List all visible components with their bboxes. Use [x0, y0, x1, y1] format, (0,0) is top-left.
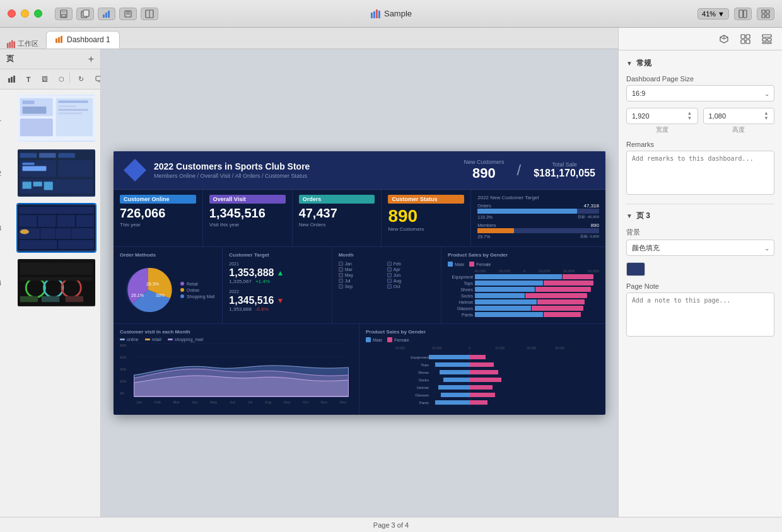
svg-text:30,000: 30,000: [555, 346, 565, 350]
area-chart-body: 80K 60K 40K 20K 0K: [120, 344, 353, 404]
zoom-selector[interactable]: 41% ▼: [697, 8, 729, 20]
page-thumb-4[interactable]: [16, 258, 96, 308]
svg-rect-107: [441, 393, 470, 397]
remarks-textarea[interactable]: [626, 151, 774, 195]
dash-header-left: 2022 Customers in Sports Club Store Memb…: [124, 159, 310, 182]
svg-rect-55: [33, 182, 42, 187]
height-stepper[interactable]: ▲ ▼: [764, 111, 769, 121]
page-size-select[interactable]: 16:9: [626, 85, 774, 101]
svg-rect-103: [435, 362, 470, 367]
gender-row-tops: Tops: [448, 280, 599, 286]
tab-dashboard1[interactable]: Dashboard 1: [46, 31, 120, 49]
display-btn[interactable]: 显示: [90, 72, 101, 86]
page-thumb-1[interactable]: [16, 93, 96, 143]
kpi-sub-orders: New Orders: [299, 222, 375, 228]
month-list: Jan Feb Mar Apr May Jun Jul Aug Sep Oct: [339, 262, 435, 289]
page-thumb-wrapper-2: 2: [4, 148, 96, 198]
svg-rect-4: [83, 10, 89, 16]
new-customers-label: New Customers: [464, 159, 504, 165]
canvas-chart-btn[interactable]: [5, 72, 19, 86]
chart-button[interactable]: [98, 8, 115, 20]
bg-color-swatch[interactable]: [626, 262, 645, 276]
new-customers-stat: New Customers 890: [464, 159, 504, 182]
svg-rect-125: [762, 38, 766, 41]
month-mar: Mar: [339, 267, 386, 272]
gender-detail-title: Product Sales by Gender: [366, 329, 599, 335]
svg-rect-41: [58, 101, 88, 103]
gender-card: Product Sales by Gender Male Female: [441, 247, 605, 323]
width-stepper[interactable]: ▲ ▼: [687, 111, 692, 121]
svg-rect-47: [39, 153, 55, 158]
tab-label: Dashboard 1: [67, 35, 110, 44]
section-general-label: 常规: [636, 58, 651, 69]
add-page-button[interactable]: +: [88, 54, 94, 65]
svg-rect-114: [470, 393, 495, 397]
month-jun: Jun: [387, 273, 435, 277]
page-preview-4: [18, 259, 95, 306]
svg-rect-39: [23, 101, 35, 105]
bg-select[interactable]: 颜色填充: [626, 240, 774, 256]
legend-retail: Retail: [180, 282, 214, 286]
layout-button[interactable]: [141, 8, 158, 20]
minimize-button[interactable]: [21, 9, 29, 18]
gender-row-socks: Socks: [448, 293, 599, 298]
page-thumb-wrapper-1: 1: [4, 93, 96, 143]
bg-row: 背景 颜色填充: [626, 228, 774, 256]
bar-female-shoes: [535, 287, 592, 292]
close-button[interactable]: [8, 9, 16, 18]
page-note-row: Page Note: [626, 282, 774, 339]
svg-text:Equipment: Equipment: [411, 356, 429, 359]
gender-chart: Equipment Tops: [448, 274, 599, 317]
maximize-button[interactable]: [34, 9, 42, 18]
svg-text:20,000: 20,000: [432, 346, 442, 350]
page-note-textarea[interactable]: [626, 292, 774, 337]
view-btn-1[interactable]: [734, 8, 752, 20]
svg-text:Helmet: Helmet: [417, 386, 429, 390]
save-button[interactable]: [55, 8, 73, 20]
width-input[interactable]: 1,920 ▲ ▼: [626, 108, 698, 124]
height-input[interactable]: 1,080 ▲ ▼: [703, 108, 775, 124]
page-thumb-2[interactable]: [16, 148, 96, 198]
svg-rect-54: [23, 182, 32, 188]
grid2-btn[interactable]: [758, 30, 776, 48]
cube-btn[interactable]: [715, 30, 733, 48]
svg-rect-19: [762, 10, 765, 13]
width-down-arrow[interactable]: ▼: [687, 116, 692, 121]
target-members-fill: [477, 228, 514, 233]
grid1-btn[interactable]: [737, 30, 754, 48]
page-size-row: Dashboard Page Size 16:9: [626, 75, 774, 101]
ct-year-2021: 2021: [229, 262, 325, 266]
main-content: 工作区 Dashboard 1 页 +: [0, 28, 782, 517]
legend-online-area: online: [120, 337, 139, 342]
month-apr: Apr: [387, 267, 435, 272]
target-orders-container: Orders 47,318 119.3% 目标: 40,000: [477, 203, 599, 220]
svg-rect-40: [23, 107, 47, 113]
customer-target-title: Customer Target: [229, 252, 325, 258]
canvas-image-btn[interactable]: 🖼: [38, 72, 52, 86]
titlebar: Sample 41% ▼: [0, 0, 782, 28]
svg-rect-16: [378, 11, 380, 18]
canvas-text-btn[interactable]: T: [21, 72, 35, 86]
pie-section: 26.3% 39% 26.1% Retail: [120, 262, 216, 318]
area-chart-svg: [130, 344, 353, 397]
height-down-arrow[interactable]: ▼: [764, 116, 769, 121]
canvas-refresh-btn[interactable]: ↻: [74, 72, 88, 86]
svg-rect-112: [470, 378, 501, 382]
order-methods-title: Order Methods: [120, 252, 216, 258]
new-customers-value: 890: [464, 165, 504, 182]
gender-row-shoes: Shoes: [448, 287, 599, 292]
svg-rect-7: [108, 11, 110, 18]
canvas-shape-btn[interactable]: ⬡: [54, 72, 68, 86]
view-btn-2[interactable]: [757, 8, 774, 20]
export-button[interactable]: [119, 8, 137, 20]
svg-rect-21: [762, 14, 765, 18]
svg-rect-42: [58, 105, 76, 107]
svg-rect-2: [62, 14, 66, 17]
gender-detail-legend: Male Female: [366, 337, 599, 342]
bar-female-glasses: [532, 306, 584, 311]
bar-male-tops: [475, 280, 543, 286]
page-thumb-3[interactable]: [16, 203, 96, 253]
dash-title: 2022 Customers in Sports Club Store: [154, 161, 310, 171]
pie-chart: 26.3% 39% 26.1%: [120, 262, 177, 318]
copy-button[interactable]: [76, 8, 94, 20]
